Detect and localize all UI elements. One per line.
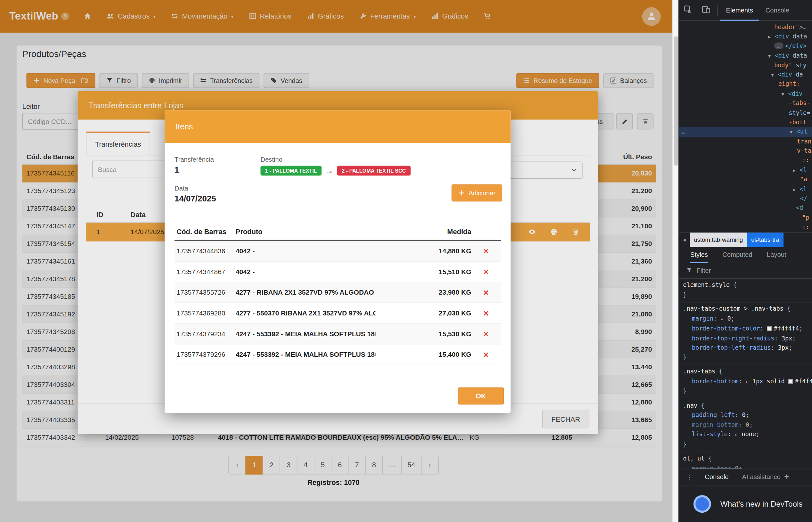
items-table: Cód. de Barras Produto Medida 1735774344… (175, 224, 501, 365)
item-row: 17357743557264277 - RIBANA 2X1 3527VD 97… (175, 282, 501, 303)
tree-node[interactable]: "a (679, 175, 812, 184)
device-toolbar-icon[interactable] (697, 5, 715, 15)
color-swatch[interactable] (788, 379, 793, 384)
tree-node[interactable]: </ (679, 194, 812, 203)
adicionar-button[interactable]: Adicionar (451, 184, 502, 201)
item-measure: 14,880 KG (375, 247, 471, 255)
item-barcode: 1735774369280 (175, 309, 236, 317)
origin-store-badge: 1 - PALLOMA TEXTIL (261, 166, 322, 176)
item-row: 17357743792344247 - 553392 - MEIA MALHA … (175, 324, 501, 345)
styles-rules: element.style {}.nav-tabs-custom > .nav-… (679, 279, 812, 469)
item-row: 17357743692804277 - 550370 RIBANA 2X1 35… (175, 303, 501, 324)
spark-icon (784, 473, 790, 481)
remove-item-icon[interactable]: × (483, 266, 489, 277)
item-measure: 15,510 KG (375, 268, 471, 276)
tree-node[interactable]: eight: (679, 79, 812, 89)
css-declaration[interactable]: margin: ▸0; (683, 314, 808, 324)
collapsed-content-icon[interactable]: … (774, 42, 784, 49)
tree-node[interactable]: v-ta (679, 146, 812, 156)
css-rule[interactable]: .nav-tabs-custom > .nav-tabs {margin: ▸0… (679, 303, 812, 365)
tab-computed[interactable]: Computed (722, 251, 752, 258)
css-declaration[interactable]: margin-bottom: 0; (683, 420, 808, 429)
scrollbar-thumb[interactable] (674, 36, 678, 165)
css-rule[interactable]: ol, ul {margin-top: 0;} (679, 452, 812, 469)
elements-tree: header">…▶<div data…</div>▼<div databody… (679, 21, 812, 232)
item-product: 4042 - (236, 247, 375, 255)
drawer-tab-ai[interactable]: AI assistance (737, 469, 795, 485)
css-rule[interactable]: element.style {} (679, 279, 812, 302)
tree-node[interactable]: header">… (679, 22, 812, 32)
destination-store-badge: 2 - PALLOMA TEXTIL SCC (337, 166, 410, 176)
tree-node[interactable]: -tabs- (679, 98, 812, 108)
tree-node[interactable]: :: (679, 156, 812, 165)
item-barcode: 1735774379234 (175, 330, 236, 338)
destino-badges: 1 - PALLOMA TEXTIL → 2 - PALLOMA TEXTIL … (261, 166, 411, 176)
transferencia-label: Transferência (175, 156, 214, 163)
css-declaration[interactable]: margin-top: 0; (683, 463, 808, 469)
screen: TextilWeb ? Cadastros▾Movimentação▾Relat… (0, 0, 812, 522)
css-declaration[interactable]: border-bottom: ▸1px solid #f4f4f4; (683, 376, 808, 386)
tree-node[interactable]: ▼<div (679, 89, 812, 99)
remove-item-icon[interactable]: × (483, 308, 489, 318)
item-product: 4277 - RIBANA 2X1 3527VD 97% ALGODAO 3% … (236, 288, 375, 296)
tree-node[interactable]: :: (679, 222, 812, 232)
tree-node[interactable]: "p (679, 213, 812, 222)
remove-item-icon[interactable]: × (483, 246, 489, 256)
breadcrumb-item[interactable]: ustom.tab-warning (690, 233, 747, 247)
tree-node[interactable]: ▶<l (679, 184, 812, 194)
item-row: 17357743448364042 -14,880 KG× (175, 241, 501, 262)
remove-item-icon[interactable]: × (483, 349, 489, 360)
filter-icon (686, 267, 692, 275)
item-barcode: 1735774344867 (175, 268, 236, 276)
tree-node[interactable]: tran (679, 136, 812, 146)
tab-elements[interactable]: Elements (720, 0, 759, 20)
more-options-icon[interactable]: ⋮ (683, 473, 696, 481)
items-table-body: 17357743448364042 -14,880 KG×17357743448… (175, 241, 501, 365)
tree-node[interactable]: <d (679, 203, 812, 213)
tree-node[interactable]: -bott (679, 118, 812, 127)
col-header-barras: Cód. de Barras (175, 228, 236, 236)
page-scrollbar[interactable] (672, 0, 678, 522)
css-rule[interactable]: .nav {padding-left: 0;margin-bottom: 0;l… (679, 399, 812, 452)
destino-label: Destino (261, 156, 283, 163)
whats-new-bar[interactable]: What's new in DevTools (679, 485, 812, 522)
item-barcode: 1735774379296 (175, 351, 236, 358)
tree-node[interactable]: ▼<div data (679, 51, 812, 61)
tab-layout[interactable]: Layout (767, 251, 786, 258)
item-measure: 23,980 KG (375, 288, 471, 296)
css-declaration[interactable]: list-style: ▸none; (683, 429, 808, 440)
tree-node[interactable]: …▼<ul (679, 127, 812, 137)
tree-node[interactable]: ▼<div da (679, 70, 812, 79)
tab-console[interactable]: Console (759, 0, 795, 20)
css-declaration[interactable]: border-top-right-radius: 3px; (683, 334, 808, 343)
item-measure: 15,530 KG (375, 330, 471, 338)
elements-breadcrumb: ◄ ustom.tab-warning ul#tabs-tra (679, 232, 812, 247)
col-header-medida: Medida (375, 228, 471, 236)
remove-item-icon[interactable]: × (483, 328, 489, 339)
data-label: Data (175, 185, 188, 192)
tree-node[interactable]: style= (679, 108, 812, 118)
tree-node[interactable]: ▶<div data (679, 32, 812, 41)
tab-styles[interactable]: Styles (690, 247, 708, 263)
inspect-icon[interactable] (679, 5, 697, 15)
transferencia-value: 1 (175, 165, 179, 175)
css-declaration[interactable]: padding-left: 0; (683, 410, 808, 420)
breadcrumb-scroll-left-icon[interactable]: ◄ (679, 233, 690, 247)
css-rule[interactable]: .nav-tabs {border-bottom: ▸1px solid #f4… (679, 365, 812, 399)
styles-tabbar: Styles Computed Layout (679, 247, 812, 263)
devtools-logo-icon (693, 495, 711, 513)
breadcrumb-item-selected[interactable]: ul#tabs-tra (747, 233, 784, 247)
tree-node[interactable]: body" sty (679, 61, 812, 70)
item-row: 17357743448674042 -15,510 KG× (175, 262, 501, 282)
css-declaration[interactable]: border-top-left-radius: 3px; (683, 343, 808, 353)
drawer-tab-console[interactable]: Console (699, 469, 734, 485)
css-declaration[interactable]: border-bottom-color: #f4f4f4; (683, 324, 808, 334)
tree-node[interactable]: ▶<l (679, 165, 812, 175)
items-table-header: Cód. de Barras Produto Medida (175, 224, 501, 241)
color-swatch[interactable] (767, 326, 772, 331)
ok-button[interactable]: OK (458, 387, 504, 404)
styles-filter[interactable]: Filter (679, 263, 812, 279)
tree-node[interactable]: …</div> (679, 41, 812, 51)
devtools-toolbar: Elements Console (679, 0, 812, 21)
remove-item-icon[interactable]: × (483, 287, 489, 298)
